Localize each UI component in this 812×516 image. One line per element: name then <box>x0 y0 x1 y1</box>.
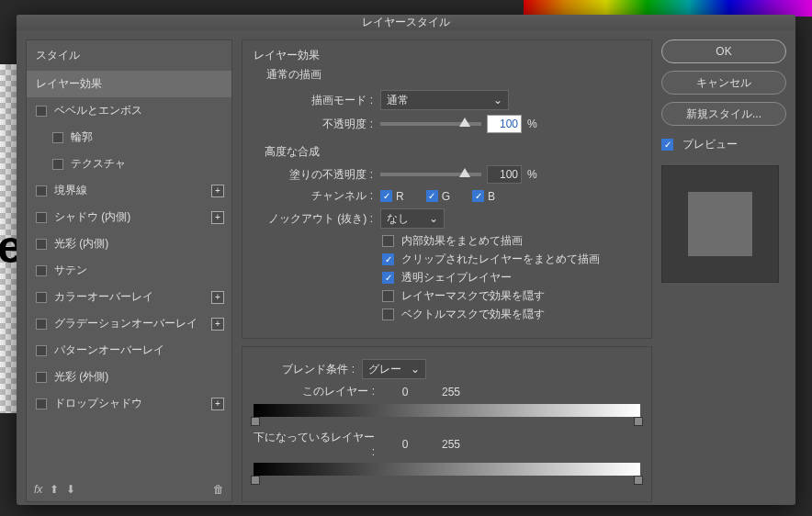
chevron-down-icon: ⌄ <box>411 363 420 376</box>
under-layer-handle-white[interactable] <box>634 476 643 485</box>
sidebar-item-7[interactable]: サテン <box>27 257 231 284</box>
preview-box <box>661 165 779 283</box>
sidebar-checkbox-3[interactable] <box>52 159 63 170</box>
sidebar-item-label: テクスチャ <box>71 156 126 172</box>
sidebar-item-label: パターンオーバーレイ <box>54 342 164 358</box>
preview-checkbox[interactable]: ✓ <box>661 139 673 151</box>
this-layer-label: このレイヤー : <box>254 384 375 399</box>
sidebar-checkbox-7[interactable] <box>36 265 47 276</box>
plus-icon[interactable]: + <box>211 398 224 410</box>
sidebar-item-6[interactable]: 光彩 (内側) <box>27 230 231 257</box>
sidebar-item-label: ベベルとエンボス <box>54 103 142 118</box>
adv-check-label: レイヤーマスクで効果を隠す <box>401 288 545 304</box>
sidebar-item-label: カラーオーバーレイ <box>54 289 153 305</box>
blend-mode-select[interactable]: 通常 ⌄ <box>380 90 509 110</box>
adv-check-1[interactable]: ✓ <box>382 253 394 265</box>
sidebar-checkbox-9[interactable] <box>36 319 47 330</box>
advanced-title: 高度な合成 <box>265 144 640 160</box>
sidebar-item-label: 輪郭 <box>71 129 93 145</box>
fx-label[interactable]: fx <box>34 483 42 496</box>
knockout-select[interactable]: なし ⌄ <box>380 208 445 229</box>
arrow-up-icon[interactable]: ⬆ <box>50 483 59 496</box>
adv-check-4[interactable] <box>382 308 394 320</box>
chevron-down-icon: ⌄ <box>493 94 502 107</box>
adv-check-3[interactable] <box>382 290 394 302</box>
sidebar-item-11[interactable]: 光彩 (外側) <box>27 364 231 390</box>
channel-r-checkbox[interactable]: ✓ <box>380 190 392 202</box>
fill-opacity-value[interactable]: 100 <box>487 165 522 184</box>
channel-label: チャンネル : <box>254 188 373 204</box>
sidebar-item-0[interactable]: レイヤー効果 <box>27 71 231 97</box>
sidebar-checkbox-2[interactable] <box>52 132 63 143</box>
sidebar-item-label: 光彩 (内側) <box>54 236 108 252</box>
style-sidebar: スタイル レイヤー効果ベベルとエンボス輪郭テクスチャ境界線+シャドウ (内側)+… <box>26 39 232 502</box>
under-layer-handle-black[interactable] <box>251 476 260 485</box>
this-layer-handle-white[interactable] <box>634 417 643 426</box>
sidebar-checkbox-12[interactable] <box>36 398 47 409</box>
plus-icon[interactable]: + <box>211 291 224 304</box>
sidebar-item-12[interactable]: ドロップシャドウ+ <box>27 390 231 417</box>
sidebar-item-label: サテン <box>54 263 87 278</box>
adv-check-0[interactable] <box>382 235 394 247</box>
sidebar-item-2[interactable]: 輪郭 <box>27 124 231 151</box>
knockout-label: ノックアウト (抜き) : <box>254 211 373 227</box>
new-style-button[interactable]: 新規スタイル... <box>661 102 786 126</box>
blend-if-label: ブレンド条件 : <box>254 362 355 377</box>
adv-check-label: 透明シェイプレイヤー <box>401 270 512 286</box>
channel-g-checkbox[interactable]: ✓ <box>426 190 438 202</box>
opacity-unit: % <box>527 118 537 130</box>
fill-opacity-unit: % <box>527 168 537 181</box>
under-layer-gradient[interactable] <box>254 463 640 476</box>
sidebar-item-label: シャドウ (内側) <box>54 209 130 225</box>
sidebar-checkbox-1[interactable] <box>36 106 47 117</box>
sidebar-item-10[interactable]: パターンオーバーレイ <box>27 337 231 364</box>
opacity-input[interactable] <box>487 115 522 133</box>
adv-check-label: 内部効果をまとめて描画 <box>401 233 523 249</box>
blend-mode-label: 描画モード : <box>254 93 373 108</box>
sidebar-item-1[interactable]: ベベルとエンボス <box>27 97 231 124</box>
sidebar-item-label: 光彩 (外側) <box>54 369 108 385</box>
sidebar-item-8[interactable]: カラーオーバーレイ+ <box>27 284 231 310</box>
sidebar-item-9[interactable]: グラデーションオーバーレイ+ <box>27 310 231 337</box>
sidebar-checkbox-5[interactable] <box>36 212 47 223</box>
channel-b-checkbox[interactable]: ✓ <box>472 190 484 202</box>
fill-opacity-label: 塗りの不透明度 : <box>254 167 373 183</box>
sidebar-item-5[interactable]: シャドウ (内側)+ <box>27 204 231 230</box>
sidebar-checkbox-8[interactable] <box>36 292 47 303</box>
under-layer-low: 0 <box>382 438 428 451</box>
normal-blend-title: 通常の描画 <box>266 67 640 83</box>
plus-icon[interactable]: + <box>211 318 224 331</box>
sidebar-item-label: グラデーションオーバーレイ <box>54 316 197 331</box>
under-layer-high: 255 <box>428 438 474 451</box>
preview-swatch <box>688 192 752 256</box>
layer-style-dialog: レイヤースタイル スタイル レイヤー効果ベベルとエンボス輪郭テクスチャ境界線+シ… <box>17 15 795 505</box>
this-layer-low: 0 <box>382 386 428 398</box>
fill-opacity-slider[interactable] <box>380 173 481 176</box>
blend-if-select[interactable]: グレー ⌄ <box>362 359 426 379</box>
ok-button[interactable]: OK <box>661 39 786 63</box>
plus-icon[interactable]: + <box>211 185 224 197</box>
sidebar-checkbox-11[interactable] <box>36 372 47 383</box>
sidebar-checkbox-6[interactable] <box>36 239 47 250</box>
this-layer-handle-black[interactable] <box>251 417 260 426</box>
chevron-down-icon: ⌄ <box>429 212 438 225</box>
adv-check-2[interactable]: ✓ <box>382 272 394 284</box>
this-layer-gradient[interactable] <box>254 404 640 417</box>
arrow-down-icon[interactable]: ⬇ <box>66 483 75 496</box>
opacity-slider[interactable] <box>380 122 481 126</box>
sidebar-item-3[interactable]: テクスチャ <box>27 151 231 177</box>
preview-label: プレビュー <box>682 137 738 152</box>
cancel-button[interactable]: キャンセル <box>661 71 786 95</box>
sidebar-header: スタイル <box>27 40 231 71</box>
adv-check-label: クリップされたレイヤーをまとめて描画 <box>401 252 600 267</box>
sidebar-item-4[interactable]: 境界線+ <box>27 177 231 204</box>
plus-icon[interactable]: + <box>211 211 224 224</box>
sidebar-item-label: レイヤー効果 <box>36 76 102 92</box>
adv-check-label: ベクトルマスクで効果を隠す <box>401 307 545 322</box>
sidebar-checkbox-4[interactable] <box>36 185 47 196</box>
sidebar-checkbox-10[interactable] <box>36 345 47 356</box>
sidebar-item-label: ドロップシャドウ <box>54 396 142 411</box>
opacity-label: 不透明度 : <box>254 117 373 132</box>
this-layer-high: 255 <box>428 386 474 398</box>
trash-icon[interactable]: 🗑 <box>213 483 224 496</box>
